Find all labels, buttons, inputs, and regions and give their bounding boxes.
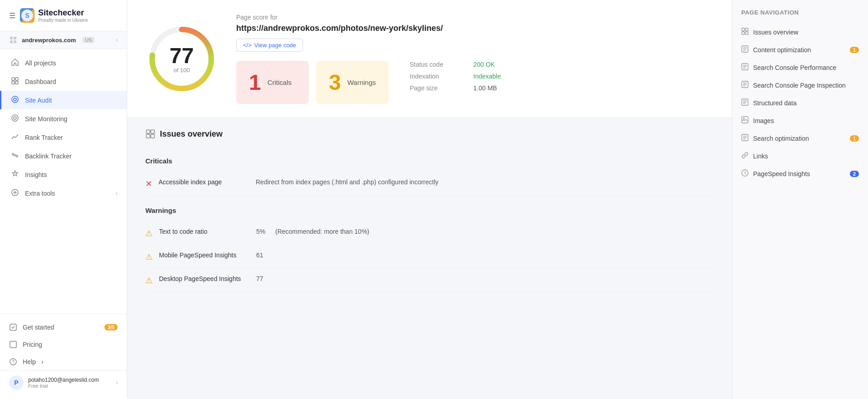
- criticals-title: Criticals: [145, 157, 714, 165]
- sidebar-bottom: Get started 3/5 Pricing ? Help › P potah…: [0, 314, 127, 399]
- right-nav-pagespeed-insights[interactable]: PageSpeed Insights 2: [732, 165, 868, 182]
- right-nav-images[interactable]: Images: [732, 112, 868, 129]
- criticals-card: 1 Criticals: [236, 61, 309, 104]
- user-info: potaho1200@angeleslid.com Free trial: [28, 377, 99, 389]
- sidebar-header: ☰ S Sitechecker Proudly made in Ukraine: [0, 0, 127, 31]
- issues-overview-label: Issues overview: [753, 29, 799, 36]
- user-section[interactable]: P potaho1200@angeleslid.com Free trial ›: [0, 370, 127, 394]
- svg-rect-25: [146, 134, 150, 138]
- svg-rect-3: [14, 37, 16, 39]
- right-nav-search-console-page-inspection[interactable]: Search Console Page Inspection: [732, 76, 868, 94]
- structured-data-label: Structured data: [753, 99, 797, 107]
- svg-text:?: ?: [12, 360, 15, 365]
- sidebar-item-extra-tools[interactable]: Extra tools ›: [0, 184, 127, 202]
- sidebar: ☰ S Sitechecker Proudly made in Ukraine …: [0, 0, 127, 399]
- warnings-label: Warnings: [347, 79, 376, 86]
- right-nav-issues-overview[interactable]: Issues overview: [732, 23, 868, 41]
- get-started-icon: [9, 323, 17, 331]
- user-plan: Free trial: [28, 383, 99, 389]
- site-audit-icon: [10, 95, 20, 105]
- sidebar-item-all-projects[interactable]: All projects: [0, 54, 127, 72]
- right-nav-search-console-performance[interactable]: Search Console Performance: [732, 59, 868, 76]
- right-nav-structured-data[interactable]: Structured data: [732, 94, 868, 112]
- extra-tools-icon: [10, 188, 20, 198]
- warning-icon-2: ⚠: [145, 276, 153, 286]
- backlink-icon: [10, 151, 20, 161]
- critical-issue-name: Accessible index page: [159, 178, 249, 186]
- home-icon: [10, 58, 20, 68]
- warning-name-2: Desktop PageSpeed Insights: [159, 275, 250, 282]
- links-icon: [741, 152, 749, 160]
- donut-center: 77 of 100: [169, 44, 193, 73]
- images-label: Images: [753, 117, 774, 124]
- warning-value-0: 5%: [256, 228, 269, 235]
- sidebar-label-site-monitoring: Site Monitoring: [25, 115, 67, 123]
- right-nav-content-optimization[interactable]: Content optimization 1: [732, 41, 868, 59]
- user-expand-icon[interactable]: ›: [116, 379, 118, 386]
- svg-rect-30: [745, 32, 748, 34]
- score-url: https://andrewprokos.com/photos/new-york…: [236, 24, 714, 33]
- user-avatar: P: [9, 375, 24, 390]
- sidebar-item-insights[interactable]: Insights: [0, 165, 127, 184]
- sidebar-label-rank-tracker: Rank Tracker: [25, 134, 63, 141]
- warning-icon-0: ⚠: [145, 228, 153, 238]
- user-email: potaho1200@angeleslid.com: [28, 377, 99, 383]
- sidebar-item-rank-tracker[interactable]: Rank Tracker: [0, 128, 127, 147]
- warning-name-0: Text to code ratio: [159, 228, 250, 235]
- right-nav: Page navigation Issues overview Content …: [732, 0, 868, 399]
- status-code-row: Status code 200 OK: [410, 61, 501, 68]
- search-opt-badge: 1: [850, 135, 859, 142]
- pagespeed-label: PageSpeed Insights: [753, 170, 810, 177]
- get-started-badge: 3/5: [104, 324, 118, 330]
- warnings-card: 3 Warnings: [316, 61, 389, 104]
- sidebar-item-help[interactable]: ? Help ›: [0, 353, 127, 370]
- issues-title: Issues overview: [160, 129, 223, 139]
- warnings-title: Warnings: [145, 207, 714, 214]
- svg-point-48: [743, 118, 744, 119]
- sidebar-label-all-projects: All projects: [25, 59, 56, 67]
- images-icon: [741, 116, 749, 125]
- help-arrow-icon: ›: [41, 358, 44, 365]
- page-size-value: 1.00 MB: [473, 84, 497, 92]
- warning-icon-1: ⚠: [145, 252, 153, 262]
- project-country: US: [82, 37, 94, 43]
- avatar-letter: P: [14, 379, 18, 386]
- sidebar-item-get-started[interactable]: Get started 3/5: [0, 319, 127, 336]
- issues-overview-icon: [741, 28, 749, 36]
- rank-tracker-icon: [10, 133, 20, 142]
- criticals-label: Criticals: [268, 79, 292, 86]
- project-expand-icon[interactable]: ›: [116, 37, 118, 43]
- sidebar-label-backlink-tracker: Backlink Tracker: [25, 153, 72, 160]
- warnings-count: 3: [329, 70, 341, 95]
- menu-icon[interactable]: ☰: [9, 11, 15, 20]
- view-code-button[interactable]: </> View page code: [236, 39, 303, 52]
- issues-section: Issues overview Criticals ✕ Accessible i…: [127, 118, 732, 303]
- structured-data-icon: [741, 99, 749, 107]
- page-size-row: Page size 1.00 MB: [410, 84, 501, 92]
- sidebar-item-pricing[interactable]: Pricing: [0, 336, 127, 353]
- right-nav-search-optimization[interactable]: Search optimization 1: [732, 129, 868, 147]
- status-info: Status code 200 OK Indexation Indexable …: [410, 61, 501, 104]
- indexation-label: Indexation: [410, 73, 455, 80]
- svg-point-13: [14, 117, 16, 119]
- sidebar-item-site-monitoring[interactable]: Site Monitoring: [0, 109, 127, 128]
- svg-rect-9: [15, 81, 18, 84]
- sidebar-item-site-audit[interactable]: Site Audit: [0, 91, 127, 109]
- score-info: Page score for https://andrewprokos.com/…: [236, 14, 714, 104]
- sc-performance-label: Search Console Performance: [753, 64, 837, 71]
- right-nav-links[interactable]: Links: [732, 147, 868, 165]
- sidebar-item-backlink-tracker[interactable]: Backlink Tracker: [0, 147, 127, 165]
- logo-text-container: Sitechecker Proudly made in Ukraine: [38, 8, 88, 23]
- warning-row-0: ⚠ Text to code ratio 5% (Recommended: mo…: [145, 222, 714, 245]
- monitoring-icon: [10, 114, 20, 123]
- sidebar-item-dashboard[interactable]: Dashboard: [0, 72, 127, 91]
- criticals-count: 1: [249, 70, 261, 95]
- pagespeed-badge: 2: [850, 171, 859, 177]
- score-for-label: Page score for: [236, 14, 714, 21]
- status-code-value: 200 OK: [473, 61, 495, 68]
- project-nav-item[interactable]: andrewprokos.com US ›: [0, 31, 127, 49]
- svg-rect-4: [10, 40, 13, 43]
- sidebar-label-insights: Insights: [25, 171, 47, 178]
- content-opt-badge: 1: [850, 47, 859, 53]
- score-donut: 77 of 100: [145, 23, 218, 95]
